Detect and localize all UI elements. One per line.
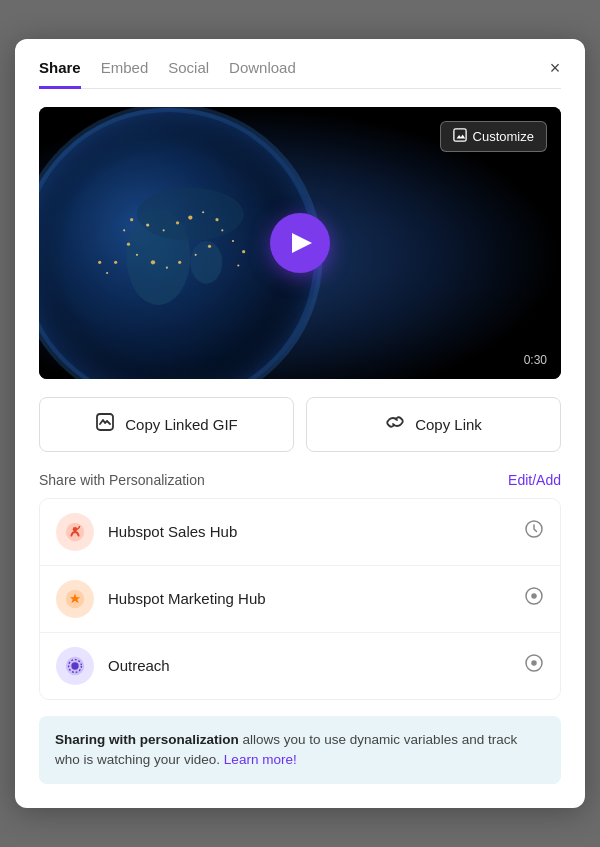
gif-icon <box>95 412 115 437</box>
tab-embed[interactable]: Embed <box>101 59 149 89</box>
info-box: Sharing with personalization allows you … <box>39 716 561 785</box>
video-timestamp: 0:30 <box>524 353 547 367</box>
action-buttons-row: Copy Linked GIF Copy Link <box>39 397 561 452</box>
svg-point-41 <box>532 661 536 665</box>
integration-list: Hubspot Sales Hub Hubspot Marketing Hu <box>39 498 561 700</box>
share-modal: × Share Embed Social Download <box>15 39 585 809</box>
play-button[interactable] <box>270 213 330 273</box>
integration-item-outreach[interactable]: Outreach <box>40 633 560 699</box>
hubspot-marketing-toggle[interactable] <box>524 586 544 611</box>
tab-share[interactable]: Share <box>39 59 81 89</box>
outreach-name: Outreach <box>108 657 510 674</box>
edit-add-link[interactable]: Edit/Add <box>508 472 561 488</box>
link-icon <box>385 412 405 437</box>
outreach-toggle[interactable] <box>524 653 544 678</box>
tab-bar: Share Embed Social Download <box>39 59 561 89</box>
integration-item-hubspot-sales[interactable]: Hubspot Sales Hub <box>40 499 560 566</box>
copy-gif-button[interactable]: Copy Linked GIF <box>39 397 294 452</box>
customize-button[interactable]: Customize <box>440 121 547 152</box>
copy-link-label: Copy Link <box>415 416 482 433</box>
video-preview: Customize 0:30 <box>39 107 561 379</box>
info-bold: Sharing with personalization <box>55 732 239 747</box>
integration-item-hubspot-marketing[interactable]: Hubspot Marketing Hub <box>40 566 560 633</box>
close-button[interactable]: × <box>541 55 569 83</box>
svg-rect-29 <box>453 129 465 141</box>
hubspot-marketing-name: Hubspot Marketing Hub <box>108 590 510 607</box>
svg-point-36 <box>532 594 536 598</box>
section-title: Share with Personalization <box>39 472 205 488</box>
tab-download[interactable]: Download <box>229 59 296 89</box>
learn-more-link[interactable]: Learn more! <box>224 752 297 767</box>
customize-icon <box>453 128 467 145</box>
hubspot-sales-toggle[interactable] <box>524 519 544 544</box>
svg-point-38 <box>71 662 78 669</box>
customize-label: Customize <box>473 129 534 144</box>
copy-link-button[interactable]: Copy Link <box>306 397 561 452</box>
overlay: × Share Embed Social Download <box>0 0 600 847</box>
hubspot-sales-name: Hubspot Sales Hub <box>108 523 510 540</box>
copy-gif-label: Copy Linked GIF <box>125 416 238 433</box>
outreach-icon <box>56 647 94 685</box>
tab-social[interactable]: Social <box>168 59 209 89</box>
personalization-header: Share with Personalization Edit/Add <box>39 472 561 488</box>
hubspot-marketing-icon <box>56 580 94 618</box>
hubspot-sales-icon <box>56 513 94 551</box>
